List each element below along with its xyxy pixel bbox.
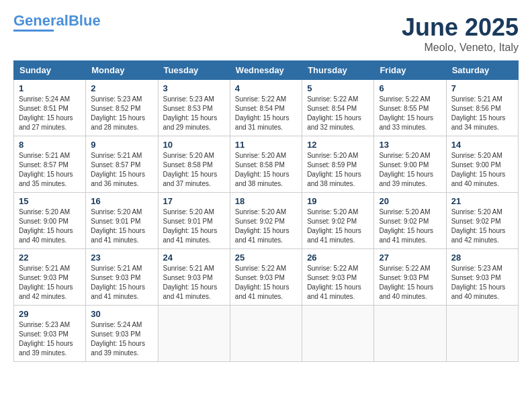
calendar-table: SundayMondayTuesdayWednesdayThursdayFrid… [13,60,519,362]
calendar-cell: 16Sunrise: 5:20 AM Sunset: 9:01 PM Dayli… [86,193,158,249]
calendar-cell: 2Sunrise: 5:23 AM Sunset: 8:52 PM Daylig… [86,80,158,136]
day-info: Sunrise: 5:20 AM Sunset: 9:00 PM Dayligh… [451,151,513,189]
day-info: Sunrise: 5:22 AM Sunset: 9:03 PM Dayligh… [307,264,369,302]
calendar-cell: 20Sunrise: 5:20 AM Sunset: 9:02 PM Dayli… [374,193,446,249]
day-info: Sunrise: 5:24 AM Sunset: 9:03 PM Dayligh… [91,320,152,358]
logo: GeneralBlue [13,13,101,32]
day-number: 17 [163,196,225,206]
calendar-cell: 14Sunrise: 5:20 AM Sunset: 9:00 PM Dayli… [446,136,518,193]
day-info: Sunrise: 5:23 AM Sunset: 9:03 PM Dayligh… [19,320,81,358]
calendar-cell: 29Sunrise: 5:23 AM Sunset: 9:03 PM Dayli… [14,306,86,362]
day-number: 2 [91,83,152,93]
day-number: 16 [91,196,152,206]
day-number: 23 [91,253,152,263]
day-number: 27 [379,253,441,263]
calendar-week-row: 22Sunrise: 5:21 AM Sunset: 9:03 PM Dayli… [14,249,519,306]
calendar-cell: 5Sunrise: 5:22 AM Sunset: 8:54 PM Daylig… [302,80,374,136]
calendar-cell [374,306,446,362]
weekday-header-sunday: Sunday [14,61,86,80]
calendar-cell: 19Sunrise: 5:20 AM Sunset: 9:02 PM Dayli… [302,193,374,249]
calendar-cell: 26Sunrise: 5:22 AM Sunset: 9:03 PM Dayli… [302,249,374,306]
day-number: 1 [19,83,81,93]
month-title: June 2025 [402,13,519,42]
day-info: Sunrise: 5:23 AM Sunset: 8:53 PM Dayligh… [163,95,225,132]
title-block: June 2025 Meolo, Veneto, Italy [402,13,519,54]
day-number: 20 [379,196,441,206]
day-info: Sunrise: 5:20 AM Sunset: 9:02 PM Dayligh… [451,208,513,245]
calendar-cell: 28Sunrise: 5:23 AM Sunset: 9:03 PM Dayli… [446,249,518,306]
calendar-cell: 10Sunrise: 5:20 AM Sunset: 8:58 PM Dayli… [158,136,230,193]
day-number: 24 [163,253,225,263]
day-info: Sunrise: 5:22 AM Sunset: 8:54 PM Dayligh… [235,95,297,132]
calendar-cell: 17Sunrise: 5:20 AM Sunset: 9:01 PM Dayli… [158,193,230,249]
day-number: 28 [451,253,513,263]
day-number: 4 [235,83,297,93]
calendar-cell: 9Sunrise: 5:21 AM Sunset: 8:57 PM Daylig… [86,136,158,193]
calendar-cell: 22Sunrise: 5:21 AM Sunset: 9:03 PM Dayli… [14,249,86,306]
day-info: Sunrise: 5:21 AM Sunset: 8:57 PM Dayligh… [91,151,152,189]
calendar-cell: 18Sunrise: 5:20 AM Sunset: 9:02 PM Dayli… [230,193,302,249]
calendar-cell: 30Sunrise: 5:24 AM Sunset: 9:03 PM Dayli… [86,306,158,362]
location: Meolo, Veneto, Italy [402,42,519,54]
calendar-week-row: 15Sunrise: 5:20 AM Sunset: 9:00 PM Dayli… [14,193,519,249]
day-info: Sunrise: 5:21 AM Sunset: 8:57 PM Dayligh… [19,151,81,189]
calendar-cell [158,306,230,362]
day-info: Sunrise: 5:22 AM Sunset: 8:54 PM Dayligh… [307,95,369,132]
calendar-cell: 3Sunrise: 5:23 AM Sunset: 8:53 PM Daylig… [158,80,230,136]
day-info: Sunrise: 5:22 AM Sunset: 8:55 PM Dayligh… [379,95,441,132]
day-number: 30 [91,309,152,319]
calendar-week-row: 1Sunrise: 5:24 AM Sunset: 8:51 PM Daylig… [14,80,519,136]
day-info: Sunrise: 5:20 AM Sunset: 9:02 PM Dayligh… [307,208,369,245]
day-number: 25 [235,253,297,263]
day-info: Sunrise: 5:21 AM Sunset: 9:03 PM Dayligh… [163,264,225,302]
logo-text: GeneralBlue [13,13,101,28]
logo-underline [13,30,54,32]
calendar-cell [230,306,302,362]
day-info: Sunrise: 5:20 AM Sunset: 9:01 PM Dayligh… [91,208,152,245]
day-number: 5 [307,83,369,93]
day-number: 3 [163,83,225,93]
calendar-cell: 13Sunrise: 5:20 AM Sunset: 9:00 PM Dayli… [374,136,446,193]
day-number: 18 [235,196,297,206]
day-info: Sunrise: 5:20 AM Sunset: 9:00 PM Dayligh… [19,208,81,245]
weekday-header-monday: Monday [86,61,158,80]
weekday-header-thursday: Thursday [302,61,374,80]
weekday-header-row: SundayMondayTuesdayWednesdayThursdayFrid… [14,61,519,80]
day-info: Sunrise: 5:22 AM Sunset: 9:03 PM Dayligh… [379,264,441,302]
calendar-cell: 7Sunrise: 5:21 AM Sunset: 8:56 PM Daylig… [446,80,518,136]
day-info: Sunrise: 5:24 AM Sunset: 8:51 PM Dayligh… [19,95,81,132]
calendar-cell [446,306,518,362]
day-number: 21 [451,196,513,206]
day-number: 6 [379,83,441,93]
weekday-header-wednesday: Wednesday [230,61,302,80]
calendar-cell: 21Sunrise: 5:20 AM Sunset: 9:02 PM Dayli… [446,193,518,249]
day-info: Sunrise: 5:20 AM Sunset: 8:59 PM Dayligh… [307,151,369,189]
day-number: 29 [19,309,81,319]
day-number: 19 [307,196,369,206]
day-number: 12 [307,140,369,150]
day-info: Sunrise: 5:20 AM Sunset: 9:01 PM Dayligh… [163,208,225,245]
calendar-cell [302,306,374,362]
weekday-header-tuesday: Tuesday [158,61,230,80]
calendar-cell: 1Sunrise: 5:24 AM Sunset: 8:51 PM Daylig… [14,80,86,136]
calendar-cell: 15Sunrise: 5:20 AM Sunset: 9:00 PM Dayli… [14,193,86,249]
weekday-header-saturday: Saturday [446,61,518,80]
calendar-cell: 25Sunrise: 5:22 AM Sunset: 9:03 PM Dayli… [230,249,302,306]
calendar-cell: 11Sunrise: 5:20 AM Sunset: 8:58 PM Dayli… [230,136,302,193]
calendar-cell: 8Sunrise: 5:21 AM Sunset: 8:57 PM Daylig… [14,136,86,193]
day-info: Sunrise: 5:21 AM Sunset: 9:03 PM Dayligh… [19,264,81,302]
day-info: Sunrise: 5:20 AM Sunset: 9:02 PM Dayligh… [379,208,441,245]
calendar-week-row: 29Sunrise: 5:23 AM Sunset: 9:03 PM Dayli… [14,306,519,362]
day-info: Sunrise: 5:23 AM Sunset: 9:03 PM Dayligh… [451,264,513,302]
day-number: 15 [19,196,81,206]
day-number: 10 [163,140,225,150]
day-number: 14 [451,140,513,150]
calendar-cell: 6Sunrise: 5:22 AM Sunset: 8:55 PM Daylig… [374,80,446,136]
day-number: 26 [307,253,369,263]
calendar-cell: 12Sunrise: 5:20 AM Sunset: 8:59 PM Dayli… [302,136,374,193]
day-number: 8 [19,140,81,150]
day-number: 9 [91,140,152,150]
day-info: Sunrise: 5:21 AM Sunset: 8:56 PM Dayligh… [451,95,513,132]
day-number: 7 [451,83,513,93]
calendar-cell: 24Sunrise: 5:21 AM Sunset: 9:03 PM Dayli… [158,249,230,306]
